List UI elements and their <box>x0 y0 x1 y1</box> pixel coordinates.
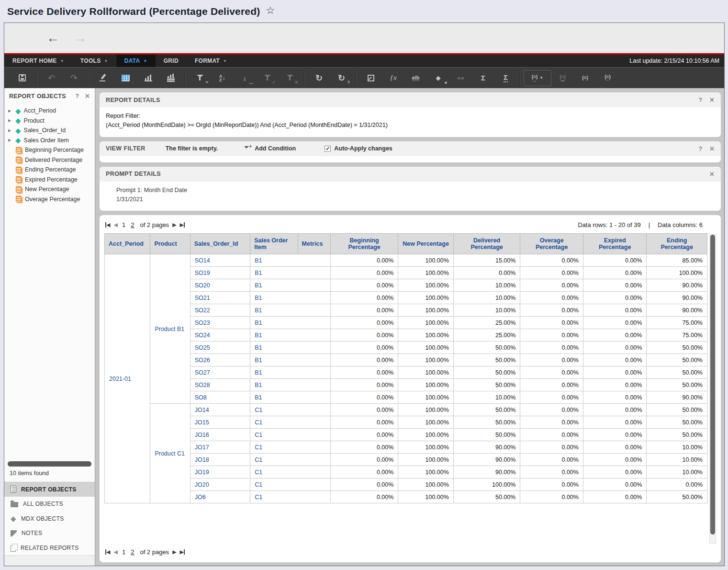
sales-order-id-cell[interactable]: SO23 <box>190 317 250 329</box>
sales-order-item-cell[interactable]: C1 <box>250 454 331 466</box>
prompt-details-close-icon[interactable]: ✕ <box>709 171 715 178</box>
view-filter-help-icon[interactable]: ? <box>698 145 702 152</box>
sales-order-id-cell[interactable]: SO27 <box>190 366 250 379</box>
column-header-acct-period[interactable]: Acct_Period <box>105 234 150 254</box>
sales-order-item-cell[interactable]: C1 <box>250 429 331 441</box>
sales-order-id-cell[interactable]: JO18 <box>190 454 250 466</box>
expand-arrow-icon[interactable]: ▶ <box>8 118 15 123</box>
tree-item-sales-order-id[interactable]: ▶◆Sales_Order_Id <box>8 125 95 136</box>
sales-order-id-cell[interactable]: SO22 <box>190 304 250 317</box>
tree-item-overage-percentage[interactable]: Overage Percentage <box>8 194 95 205</box>
group-collapsed-icon[interactable]: (=)▬ <box>551 70 574 86</box>
menu-tab-data[interactable]: DATA▼ <box>116 55 156 67</box>
tree-item-expired-percentage[interactable]: Expired Percentage <box>8 175 95 185</box>
save-icon[interactable] <box>11 70 34 86</box>
next-page-icon[interactable]: ▶ <box>172 549 176 555</box>
tree-item-acct-period[interactable]: ▶◆Acct_Period <box>8 106 95 116</box>
swap-icon[interactable]: «» <box>449 70 472 86</box>
sales-order-item-cell[interactable]: B1 <box>250 379 331 391</box>
subtotals-icon[interactable]: Σ <box>472 70 494 86</box>
sidebar-nav-related-reports[interactable]: RELATED REPORTS <box>4 541 95 556</box>
refresh-icon[interactable]: ↻ <box>308 70 330 86</box>
column-header-product[interactable]: Product <box>150 234 190 254</box>
sales-order-id-cell[interactable]: SO21 <box>190 292 250 304</box>
undo-icon[interactable]: ↶ <box>40 70 63 86</box>
acct-period-cell[interactable]: 2021-01 <box>105 254 150 503</box>
sales-order-item-cell[interactable]: B1 <box>250 342 331 354</box>
graph-view-icon[interactable] <box>137 70 159 86</box>
sales-order-item-cell[interactable]: B1 <box>250 366 331 379</box>
sales-order-item-cell[interactable]: B1 <box>250 354 331 366</box>
auto-apply-checkbox[interactable]: ✓ <box>325 146 331 152</box>
grid-vscrollbar-thumb[interactable] <box>710 235 715 534</box>
menu-tab-grid[interactable]: GRID <box>156 55 187 67</box>
sales-order-item-cell[interactable]: B1 <box>250 317 331 329</box>
page-number-link[interactable]: 2 <box>130 221 135 228</box>
sales-order-item-cell[interactable]: C1 <box>250 416 331 429</box>
group-expand-icon[interactable]: (=) <box>574 70 596 86</box>
sidebar-nav-mdx-objects[interactable]: ◆MDX OBJECTS <box>4 512 95 526</box>
group-collapse-icon[interactable]: (=)·· <box>596 70 619 86</box>
report-details-help-icon[interactable]: ? <box>698 96 702 103</box>
sidebar-help-icon[interactable]: ? <box>75 92 79 100</box>
first-page-icon[interactable]: ◀ <box>105 549 110 555</box>
insert-metric-icon[interactable]: ◆◂ <box>427 70 449 86</box>
redo-icon[interactable]: ↷ <box>63 70 85 86</box>
tree-item-beginning-percentage[interactable]: Beginning Percentage <box>8 145 95 155</box>
column-header-sales-order-id[interactable]: Sales_Order_Id <box>190 234 250 254</box>
sales-order-item-cell[interactable]: B1 <box>250 304 331 317</box>
column-header-overage-percentage[interactable]: Overage Percentage <box>520 234 583 254</box>
grand-totals-icon[interactable]: Σ <box>494 70 517 86</box>
sales-order-id-cell[interactable]: SO26 <box>190 354 250 366</box>
sales-order-item-cell[interactable]: B1 <box>250 391 331 404</box>
sidebar-hscrollbar[interactable] <box>8 461 91 467</box>
page-by-icon[interactable] <box>359 70 382 86</box>
tree-item-sales-order-item[interactable]: ▶◆Sales Order Item <box>8 136 95 146</box>
tree-item-delivered-percentage[interactable]: Delivered Percentage <box>8 155 95 165</box>
sales-order-id-cell[interactable]: JO17 <box>190 441 250 454</box>
view-filter-icon[interactable]: ✓ <box>256 70 279 86</box>
sales-order-id-cell[interactable]: SO28 <box>190 379 250 391</box>
design-mode-icon[interactable] <box>92 70 114 86</box>
sidebar-nav-report-objects[interactable]: REPORT OBJECTS <box>4 482 95 497</box>
column-header-ending-percentage[interactable]: Ending Percentage <box>647 234 707 254</box>
column-header-beginning-percentage[interactable]: Beginning Percentage <box>330 234 398 254</box>
add-condition-button[interactable]: Add Condition <box>244 145 296 152</box>
view-filter-close-icon[interactable]: ✕ <box>709 145 715 152</box>
back-arrow-icon[interactable]: ← <box>46 32 59 45</box>
sales-order-item-cell[interactable]: B1 <box>250 292 331 304</box>
sales-order-item-cell[interactable]: C1 <box>250 466 331 479</box>
sales-order-item-cell[interactable]: B1 <box>250 279 331 292</box>
product-cell[interactable]: Product C1 <box>150 404 190 503</box>
sales-order-item-cell[interactable]: B1 <box>250 329 331 342</box>
tree-item-ending-percentage[interactable]: Ending Percentage <box>8 165 95 175</box>
last-page-icon[interactable]: ▶ <box>180 549 185 555</box>
report-filter-icon[interactable]: = <box>189 70 211 86</box>
sales-order-id-cell[interactable]: SO14 <box>190 254 250 267</box>
sales-order-item-cell[interactable]: C1 <box>250 491 331 503</box>
sidebar-close-icon[interactable]: ✕ <box>85 92 90 100</box>
advanced-sort-icon[interactable]: ↓… <box>234 70 256 86</box>
menu-tab-tools[interactable]: TOOLS▼ <box>72 55 116 67</box>
sales-order-item-cell[interactable]: C1 <box>250 441 331 454</box>
expand-arrow-icon[interactable]: ▶ <box>8 128 15 133</box>
grid-view-icon[interactable] <box>114 70 137 86</box>
menu-tab-format[interactable]: FORMAT▼ <box>187 55 235 67</box>
sales-order-id-cell[interactable]: JO20 <box>190 479 250 491</box>
sales-order-id-cell[interactable]: JO16 <box>190 429 250 441</box>
grid-graph-view-icon[interactable] <box>159 70 182 86</box>
previous-page-icon[interactable]: ◀ <box>113 549 117 555</box>
sort-icon[interactable]: AZ↓ <box>211 70 234 86</box>
first-page-icon[interactable]: ◀ <box>105 222 110 228</box>
sales-order-id-cell[interactable]: SO20 <box>190 279 250 292</box>
column-header-delivered-percentage[interactable]: Delivered Percentage <box>453 234 520 254</box>
sales-order-id-cell[interactable]: JO19 <box>190 466 250 479</box>
sales-order-id-cell[interactable]: SO8 <box>190 391 250 404</box>
sidebar-nav-all-objects[interactable]: ALL OBJECTS <box>4 497 95 512</box>
column-header-new-percentage[interactable]: New Percentage <box>398 234 453 254</box>
column-header-sales-order-item[interactable]: Sales Order Item <box>250 234 298 254</box>
sales-order-id-cell[interactable]: SO19 <box>190 267 250 279</box>
grid-vscrollbar[interactable] <box>709 234 716 544</box>
favorite-star-icon[interactable]: ☆ <box>266 5 275 16</box>
sales-order-item-cell[interactable]: C1 <box>250 479 331 491</box>
